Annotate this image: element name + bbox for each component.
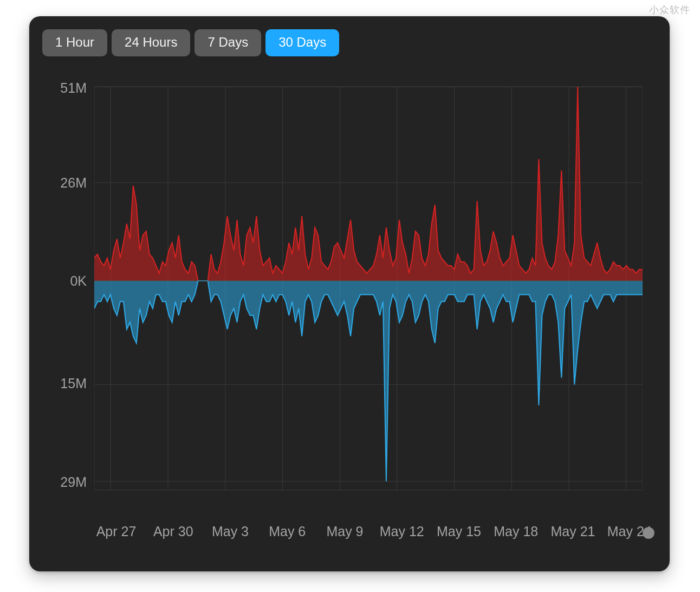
watermark-text: 小众软件	[649, 3, 690, 16]
y-tick: 0K	[70, 273, 87, 289]
clock-icon	[641, 526, 656, 540]
x-tick: May 18	[494, 524, 538, 539]
tab-1-hour[interactable]: 1 Hour	[42, 29, 107, 56]
x-tick: May 21	[550, 524, 595, 539]
x-tick: May 9	[326, 524, 363, 539]
tab-30-days[interactable]: 30 Days	[265, 29, 339, 56]
chart-area	[94, 77, 643, 517]
x-tick: Apr 30	[153, 524, 193, 539]
tab-7-days[interactable]: 7 Days	[195, 29, 261, 56]
x-tick: May 3	[212, 524, 249, 539]
time-range-tabs: 1 Hour 24 Hours 7 Days 30 Days	[42, 29, 339, 56]
traffic-panel: 1 Hour 24 Hours 7 Days 30 Days 51M 26M 0…	[29, 16, 670, 571]
x-tick: May 6	[269, 524, 306, 539]
y-tick: 29M	[60, 474, 87, 490]
y-tick: 26M	[60, 175, 87, 191]
y-tick: 15M	[60, 376, 87, 391]
y-tick: 51M	[60, 80, 87, 96]
x-tick: May 12	[380, 524, 424, 539]
tab-24-hours[interactable]: 24 Hours	[112, 29, 190, 56]
y-axis: 51M 26M 0K 15M 29M	[29, 77, 92, 517]
x-tick: Apr 27	[96, 524, 137, 539]
traffic-chart	[94, 77, 643, 517]
x-tick: May 15	[437, 524, 481, 539]
x-axis: Apr 27 Apr 30 May 3 May 6 May 9 May 12 M…	[94, 524, 643, 545]
